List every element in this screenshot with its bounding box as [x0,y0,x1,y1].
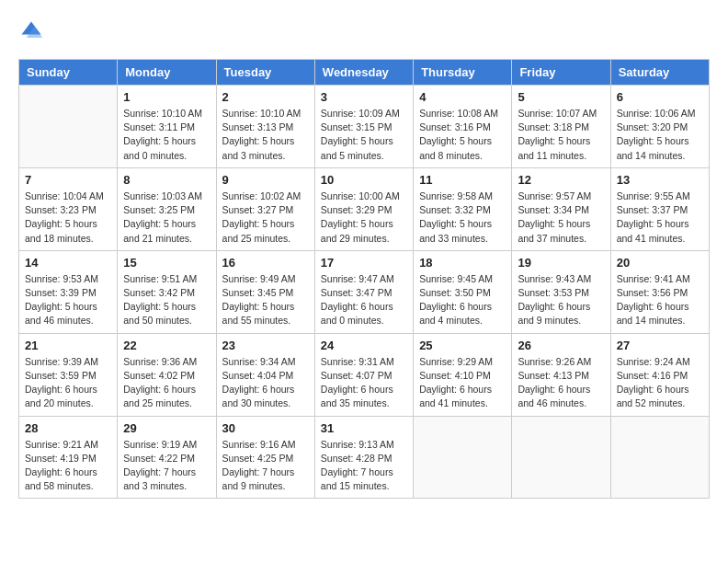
day-number: 22 [123,339,210,352]
day-info: Sunrise: 9:53 AMSunset: 3:39 PMDaylight:… [25,272,111,328]
calendar-cell: 4Sunrise: 10:08 AMSunset: 3:16 PMDayligh… [414,86,512,168]
calendar-cell: 6Sunrise: 10:06 AMSunset: 3:20 PMDayligh… [610,86,709,168]
calendar-cell: 25Sunrise: 9:29 AMSunset: 4:10 PMDayligh… [414,333,512,416]
weekday-cell: Monday [118,60,216,86]
day-info: Sunrise: 10:10 AMSunset: 3:13 PMDaylight… [222,107,309,163]
day-number: 30 [222,421,309,435]
day-number: 11 [419,173,506,187]
day-info: Sunrise: 9:58 AMSunset: 3:32 PMDaylight:… [419,190,506,246]
calendar-cell: 26Sunrise: 9:26 AMSunset: 4:13 PMDayligh… [512,333,610,416]
day-info: Sunrise: 10:09 AMSunset: 3:15 PMDaylight… [321,107,407,163]
day-info: Sunrise: 9:45 AMSunset: 3:50 PMDaylight:… [419,272,506,328]
day-number: 1 [123,90,210,104]
day-number: 14 [25,256,111,270]
day-number: 5 [518,90,604,104]
calendar-cell: 23Sunrise: 9:34 AMSunset: 4:04 PMDayligh… [216,333,314,416]
day-number: 7 [25,173,111,187]
calendar-cell: 8Sunrise: 10:03 AMSunset: 3:25 PMDayligh… [118,167,216,250]
weekday-cell: Friday [512,60,610,86]
day-info: Sunrise: 9:34 AMSunset: 4:04 PMDaylight:… [222,355,309,411]
day-number: 12 [518,173,604,187]
calendar-cell: 20Sunrise: 9:41 AMSunset: 3:56 PMDayligh… [610,250,709,333]
day-info: Sunrise: 9:26 AMSunset: 4:13 PMDaylight:… [518,355,604,411]
day-info: Sunrise: 9:49 AMSunset: 3:45 PMDaylight:… [222,272,309,328]
day-number: 6 [617,90,703,104]
day-number: 29 [123,421,210,435]
day-number: 16 [222,256,309,270]
day-info: Sunrise: 9:43 AMSunset: 3:53 PMDaylight:… [518,272,604,328]
logo [18,18,48,44]
day-info: Sunrise: 9:24 AMSunset: 4:16 PMDaylight:… [617,355,703,411]
day-info: Sunrise: 10:03 AMSunset: 3:25 PMDaylight… [123,190,210,246]
calendar-cell: 17Sunrise: 9:47 AMSunset: 3:47 PMDayligh… [314,250,413,333]
calendar-body: 1Sunrise: 10:10 AMSunset: 3:11 PMDayligh… [19,86,710,499]
calendar-cell [414,416,512,499]
calendar-cell [610,416,709,499]
calendar-cell: 10Sunrise: 10:00 AMSunset: 3:29 PMDaylig… [314,167,413,250]
day-info: Sunrise: 10:08 AMSunset: 3:16 PMDaylight… [419,107,506,163]
calendar-week: 21Sunrise: 9:39 AMSunset: 3:59 PMDayligh… [19,333,710,416]
day-number: 2 [222,90,309,104]
day-number: 8 [123,173,210,187]
day-number: 13 [617,173,703,187]
calendar-cell: 14Sunrise: 9:53 AMSunset: 3:39 PMDayligh… [19,250,118,333]
day-info: Sunrise: 9:16 AMSunset: 4:25 PMDaylight:… [222,438,309,494]
calendar-cell: 16Sunrise: 9:49 AMSunset: 3:45 PMDayligh… [216,250,314,333]
weekday-cell: Saturday [610,60,709,86]
day-info: Sunrise: 10:07 AMSunset: 3:18 PMDaylight… [518,107,604,163]
calendar-cell: 18Sunrise: 9:45 AMSunset: 3:50 PMDayligh… [414,250,512,333]
calendar-week: 28Sunrise: 9:21 AMSunset: 4:19 PMDayligh… [19,416,710,499]
calendar-cell: 3Sunrise: 10:09 AMSunset: 3:15 PMDayligh… [314,86,413,168]
calendar-week: 14Sunrise: 9:53 AMSunset: 3:39 PMDayligh… [19,250,710,333]
day-number: 4 [419,90,506,104]
day-number: 10 [321,173,407,187]
calendar-week: 1Sunrise: 10:10 AMSunset: 3:11 PMDayligh… [19,86,710,168]
day-number: 21 [25,339,111,352]
weekday-cell: Thursday [414,60,512,86]
calendar-cell: 2Sunrise: 10:10 AMSunset: 3:13 PMDayligh… [216,86,314,168]
day-info: Sunrise: 10:06 AMSunset: 3:20 PMDaylight… [617,107,703,163]
calendar-cell: 28Sunrise: 9:21 AMSunset: 4:19 PMDayligh… [19,416,118,499]
calendar-cell: 13Sunrise: 9:55 AMSunset: 3:37 PMDayligh… [610,167,709,250]
calendar-cell: 22Sunrise: 9:36 AMSunset: 4:02 PMDayligh… [118,333,216,416]
day-info: Sunrise: 9:31 AMSunset: 4:07 PMDaylight:… [321,355,407,411]
calendar-cell: 31Sunrise: 9:13 AMSunset: 4:28 PMDayligh… [314,416,413,499]
day-info: Sunrise: 9:41 AMSunset: 3:56 PMDaylight:… [617,272,703,328]
day-number: 17 [321,256,407,270]
day-info: Sunrise: 10:10 AMSunset: 3:11 PMDaylight… [123,107,210,163]
calendar-week: 7Sunrise: 10:04 AMSunset: 3:23 PMDayligh… [19,167,710,250]
calendar: SundayMondayTuesdayWednesdayThursdayFrid… [18,59,710,499]
calendar-cell: 21Sunrise: 9:39 AMSunset: 3:59 PMDayligh… [19,333,118,416]
day-info: Sunrise: 10:02 AMSunset: 3:27 PMDaylight… [222,190,309,246]
day-number: 24 [321,339,407,352]
day-number: 28 [25,421,111,435]
calendar-cell [19,86,118,168]
day-number: 27 [617,339,703,352]
weekday-cell: Sunday [19,60,118,86]
calendar-cell: 9Sunrise: 10:02 AMSunset: 3:27 PMDayligh… [216,167,314,250]
day-info: Sunrise: 9:13 AMSunset: 4:28 PMDaylight:… [321,438,407,494]
weekday-cell: Tuesday [216,60,314,86]
day-info: Sunrise: 10:04 AMSunset: 3:23 PMDaylight… [25,190,111,246]
calendar-cell: 15Sunrise: 9:51 AMSunset: 3:42 PMDayligh… [118,250,216,333]
calendar-cell: 24Sunrise: 9:31 AMSunset: 4:07 PMDayligh… [314,333,413,416]
logo-icon [18,18,44,44]
day-info: Sunrise: 9:36 AMSunset: 4:02 PMDaylight:… [123,355,210,411]
calendar-cell: 27Sunrise: 9:24 AMSunset: 4:16 PMDayligh… [610,333,709,416]
calendar-cell: 29Sunrise: 9:19 AMSunset: 4:22 PMDayligh… [118,416,216,499]
day-number: 3 [321,90,407,104]
day-info: Sunrise: 9:51 AMSunset: 3:42 PMDaylight:… [123,272,210,328]
calendar-cell: 11Sunrise: 9:58 AMSunset: 3:32 PMDayligh… [414,167,512,250]
day-info: Sunrise: 9:55 AMSunset: 3:37 PMDaylight:… [617,190,703,246]
calendar-cell: 30Sunrise: 9:16 AMSunset: 4:25 PMDayligh… [216,416,314,499]
calendar-cell: 12Sunrise: 9:57 AMSunset: 3:34 PMDayligh… [512,167,610,250]
day-info: Sunrise: 9:29 AMSunset: 4:10 PMDaylight:… [419,355,506,411]
day-number: 23 [222,339,309,352]
calendar-cell: 1Sunrise: 10:10 AMSunset: 3:11 PMDayligh… [118,86,216,168]
day-number: 19 [518,256,604,270]
weekday-header: SundayMondayTuesdayWednesdayThursdayFrid… [19,60,710,86]
day-number: 15 [123,256,210,270]
day-number: 18 [419,256,506,270]
day-info: Sunrise: 9:21 AMSunset: 4:19 PMDaylight:… [25,438,111,494]
calendar-cell: 7Sunrise: 10:04 AMSunset: 3:23 PMDayligh… [19,167,118,250]
